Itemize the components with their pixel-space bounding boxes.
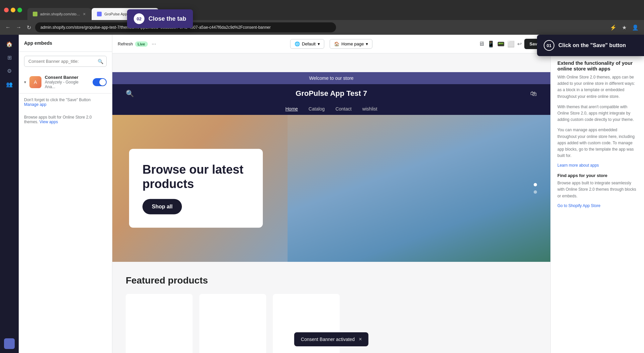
- product-card-1[interactable]: [126, 294, 193, 353]
- window-controls: [4, 8, 22, 12]
- sidebar-icon-home[interactable]: 🏠: [4, 39, 15, 49]
- carousel-dot-1[interactable]: [534, 183, 537, 186]
- window-maximize-btn[interactable]: [17, 8, 22, 12]
- app-info: Consent Banner Analyzely - Google Ana...: [45, 75, 89, 89]
- store-preview: Welcome to our store 🔍 GroPulse App Test…: [112, 72, 550, 353]
- window-minimize-btn[interactable]: [11, 8, 15, 12]
- panel-note: Don't forget to click the "Save" Button …: [19, 93, 112, 111]
- customizer-topbar: Refresh Live ··· 🌐 Default ▾ 🏠 Home page…: [112, 35, 550, 53]
- admin-sidebar: 🏠 ⊞ ⚙ 👥: [0, 35, 19, 353]
- featured-title: Featured products: [126, 275, 537, 286]
- app-embeds-panel: App embeds 🔍 ▾ A Consent Banner Analyzel…: [19, 35, 112, 353]
- back-button[interactable]: ←: [4, 23, 12, 32]
- refresh-label: Refresh: [118, 41, 133, 46]
- tab-shopify-close[interactable]: ×: [83, 11, 86, 17]
- collapse-icon[interactable]: ▾: [24, 80, 26, 84]
- theme-selector[interactable]: 🌐 Default ▾: [290, 39, 324, 49]
- store-navigation: 🔍 GroPulse App Test 7 🛍 Home Catalog Con…: [112, 84, 550, 115]
- right-panel: Extend the functionality of your online …: [550, 53, 644, 353]
- hero-figure: [288, 115, 550, 262]
- shopify-favicon: [33, 12, 37, 16]
- nav-contact-link[interactable]: Contact: [335, 106, 351, 112]
- shopify-app-store-link[interactable]: Go to Shopify App Store: [557, 203, 637, 208]
- consent-banner-toggle[interactable]: [93, 78, 107, 86]
- tablet-icon[interactable]: 📟: [497, 40, 505, 48]
- find-apps-text: Browse apps built to integrate seamlessl…: [557, 180, 637, 199]
- gropulse-favicon: [97, 12, 102, 16]
- browser-action-icons: ⚡ ★ 👤: [609, 23, 640, 32]
- nav-home-link[interactable]: Home: [286, 106, 298, 112]
- forward-button[interactable]: →: [15, 23, 23, 32]
- view-apps-link[interactable]: View apps: [39, 120, 58, 124]
- product-card-2[interactable]: [199, 294, 266, 353]
- panel-title: App embeds: [24, 40, 52, 46]
- panel-header: App embeds: [19, 35, 112, 52]
- panel-note2: Browse apps built for Online Store 2.0 t…: [19, 111, 112, 128]
- cart-icon[interactable]: 🛍: [530, 90, 537, 98]
- step1-circle: 01: [544, 40, 554, 51]
- toggle-knob: [99, 79, 106, 85]
- sidebar-avatar[interactable]: [4, 338, 15, 349]
- live-badge: Live: [135, 41, 148, 47]
- sidebar-icon-people[interactable]: 👥: [4, 79, 15, 90]
- nav-catalog-link[interactable]: Catalog: [309, 106, 325, 112]
- app-icon: A: [29, 76, 41, 88]
- hero-content-box: Browse our latest products Shop all: [129, 149, 263, 228]
- browser-chrome: admin.shopify.com/store/grop... × GroPul…: [0, 0, 644, 20]
- extensions-btn[interactable]: ⚡: [609, 23, 618, 32]
- right-panel-para3: You can manage apps embedded throughout …: [557, 127, 637, 159]
- store-search-icon[interactable]: 🔍: [126, 90, 134, 98]
- step2-label: Close the tab: [148, 15, 186, 22]
- consent-banner-close[interactable]: ×: [359, 336, 362, 342]
- topbar-center: 🌐 Default ▾ 🏠 Home page ▾: [290, 39, 372, 49]
- home-icon: 🏠: [334, 41, 339, 46]
- desktop-icon[interactable]: 🖥: [478, 40, 485, 47]
- manage-app-link[interactable]: Manage app: [24, 102, 46, 107]
- profile-btn[interactable]: 👤: [631, 23, 640, 32]
- sidebar-icon-grid[interactable]: ⊞: [4, 52, 15, 63]
- learn-more-link[interactable]: Learn more about apps: [557, 163, 637, 168]
- carousel-dot-2[interactable]: [534, 190, 537, 194]
- right-panel-para2: With themes that aren't compatible with …: [557, 104, 637, 123]
- nav-wishlist-link[interactable]: wishlist: [362, 106, 377, 112]
- app-sub: Analyzely - Google Ana...: [45, 80, 89, 89]
- mobile-icon[interactable]: 📱: [487, 40, 495, 48]
- app-layout: 🏠 ⊞ ⚙ 👥 App embeds 🔍 ▾ A Consent Banner …: [0, 35, 644, 353]
- find-apps-title: Find apps for your store: [557, 173, 637, 178]
- hero-title: Browse our latest products: [142, 162, 249, 191]
- refresh-btn[interactable]: Refresh Live: [118, 41, 148, 47]
- tab-shopify-label: admin.shopify.com/store/grop...: [40, 12, 80, 16]
- hero-background: [288, 115, 550, 262]
- right-panel-para1: With Online Store 2.0 themes, apps can b…: [557, 74, 637, 100]
- store-nav-bar: 🔍 GroPulse App Test 7 🛍: [112, 84, 550, 103]
- page-selector[interactable]: 🏠 Home page ▾: [330, 39, 372, 49]
- chevron-down-icon: ▾: [366, 41, 368, 46]
- app-icon-btn[interactable]: ⬜: [507, 40, 515, 48]
- search-input[interactable]: [24, 56, 107, 67]
- search-box: 🔍: [24, 56, 107, 67]
- sidebar-icon-settings[interactable]: ⚙: [4, 65, 15, 76]
- tab-shopify-admin[interactable]: admin.shopify.com/store/grop... ×: [27, 8, 91, 20]
- reload-button[interactable]: ↻: [25, 23, 32, 32]
- app-name: Consent Banner: [45, 75, 89, 80]
- address-bar-row: ← → ↻ ⚡ ★ 👤: [0, 20, 644, 35]
- hero-section: Browse our latest products Shop all: [112, 115, 550, 262]
- chevron-icon: ▾: [318, 41, 320, 46]
- step1-label: Click on the "Save" button: [558, 42, 626, 48]
- shop-all-button[interactable]: Shop all: [142, 199, 182, 214]
- step1-tooltip: 01 Click on the "Save" button: [537, 35, 644, 56]
- store-welcome-banner: Welcome to our store: [112, 72, 550, 84]
- center-area: Refresh Live ··· 🌐 Default ▾ 🏠 Home page…: [112, 35, 550, 353]
- right-panel-title: Extend the functionality of your online …: [557, 60, 637, 71]
- store-title: GroPulse App Test 7: [296, 89, 367, 98]
- more-options-btn[interactable]: ···: [152, 41, 156, 47]
- consent-banner-label: Consent Banner activated: [301, 337, 355, 342]
- window-close-btn[interactable]: [4, 8, 9, 12]
- bookmark-btn[interactable]: ★: [621, 23, 628, 32]
- undo-button[interactable]: ↩: [517, 41, 522, 47]
- consent-banner-item[interactable]: ▾ A Consent Banner Analyzely - Google An…: [19, 71, 112, 93]
- globe-icon: 🌐: [295, 41, 300, 46]
- consent-banner-notification: Consent Banner activated ×: [294, 332, 368, 346]
- topbar-right: 🖥 📱 📟 ⬜ ↩ Save: [478, 39, 545, 49]
- nav-links-row: Home Catalog Contact wishlist: [112, 103, 550, 115]
